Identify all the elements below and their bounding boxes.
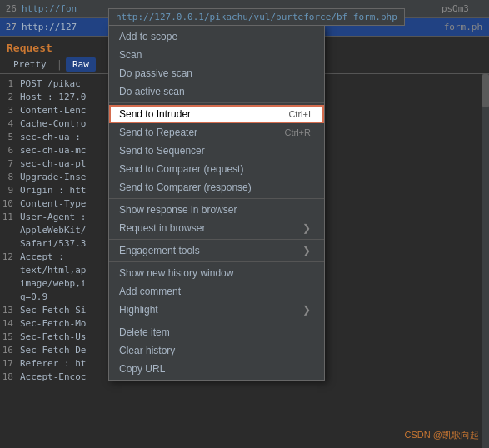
menu-label: Scan: [119, 49, 142, 61]
context-menu: Add to scopeScanDo passive scanDo active…: [108, 25, 325, 381]
menu-label: Send to Sequencer: [119, 145, 205, 157]
url-tooltip: http://127.0.0.1/pikachu/vul/burteforce/…: [108, 8, 405, 26]
menu-label: Show response in browser: [119, 204, 237, 216]
menu-separator: [109, 198, 324, 199]
submenu-arrow-icon: ❯: [302, 222, 311, 234]
menu-label: Send to Comparer (response): [119, 182, 252, 193]
menu-item-do-passive-scan[interactable]: Do passive scan: [109, 64, 324, 82]
menu-separator: [109, 321, 324, 321]
submenu-arrow-icon: ❯: [302, 304, 311, 316]
menu-item-scan[interactable]: Scan: [109, 46, 324, 64]
menu-separator: [109, 261, 324, 262]
menu-label: Do passive scan: [119, 67, 192, 79]
menu-label: Send to Intruder: [119, 108, 191, 120]
menu-item-send-to-intruder[interactable]: Send to IntruderCtrl+I: [109, 105, 324, 123]
menu-item-send-to-comparer-req[interactable]: Send to Comparer (request): [109, 160, 324, 178]
menu-item-highlight[interactable]: Highlight❯: [109, 301, 324, 319]
menu-item-show-response-browser[interactable]: Show response in browser: [109, 201, 324, 219]
menu-item-clear-history[interactable]: Clear history: [109, 341, 324, 360]
menu-item-engagement-tools[interactable]: Engagement tools❯: [109, 241, 324, 260]
menu-item-copy-url[interactable]: Copy URL: [109, 360, 324, 378]
menu-separator: [109, 102, 324, 103]
menu-label: Delete item: [119, 326, 170, 338]
menu-label: Show new history window: [119, 267, 233, 279]
menu-label: Engagement tools: [119, 245, 200, 256]
submenu-arrow-icon: ❯: [302, 245, 311, 256]
menu-label: Do active scan: [119, 86, 185, 97]
menu-label: Send to Comparer (request): [119, 163, 243, 175]
menu-shortcut: Ctrl+R: [285, 127, 311, 137]
menu-item-send-to-repeater[interactable]: Send to RepeaterCtrl+R: [109, 123, 324, 142]
menu-item-show-new-history[interactable]: Show new history window: [109, 264, 324, 282]
menu-separator: [109, 239, 324, 240]
menu-label: Clear history: [119, 345, 175, 356]
menu-label: Add comment: [119, 286, 181, 297]
menu-label: Highlight: [119, 304, 158, 316]
menu-item-add-comment[interactable]: Add comment: [109, 282, 324, 301]
menu-item-delete-item[interactable]: Delete item: [109, 323, 324, 341]
menu-label: Request in browser: [119, 222, 205, 234]
menu-item-request-in-browser[interactable]: Request in browser❯: [109, 219, 324, 237]
menu-label: Copy URL: [119, 363, 165, 375]
menu-item-add-to-scope[interactable]: Add to scope: [109, 27, 324, 46]
menu-item-send-to-sequencer[interactable]: Send to Sequencer: [109, 142, 324, 160]
menu-label: Add to scope: [119, 31, 177, 42]
menu-item-send-to-comparer-res[interactable]: Send to Comparer (response): [109, 178, 324, 197]
menu-shortcut: Ctrl+I: [288, 109, 311, 119]
context-menu-overlay: http://127.0.0.1/pikachu/vul/burteforce/…: [0, 0, 489, 448]
menu-label: Send to Repeater: [119, 127, 197, 138]
menu-item-do-active-scan[interactable]: Do active scan: [109, 82, 324, 101]
